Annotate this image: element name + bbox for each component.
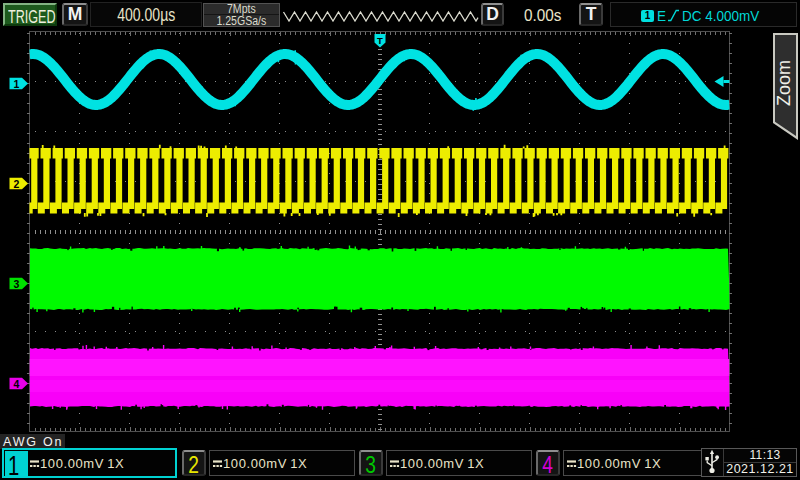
svg-text:3: 3 bbox=[14, 278, 20, 290]
svg-text:1: 1 bbox=[14, 78, 20, 90]
svg-text:T: T bbox=[377, 35, 383, 46]
svg-text:2: 2 bbox=[14, 178, 20, 190]
svg-text:4: 4 bbox=[14, 378, 20, 390]
